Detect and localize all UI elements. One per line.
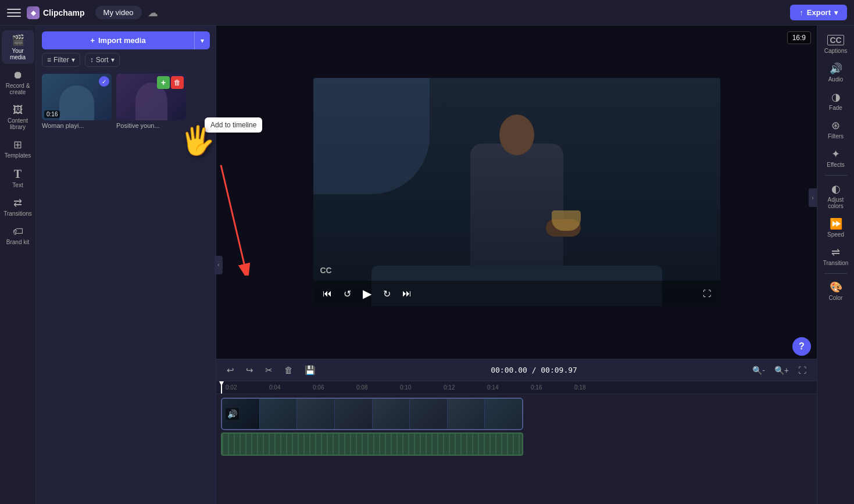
project-name-tab[interactable]: My video	[95, 6, 142, 19]
filter-icon: ≡	[47, 56, 51, 64]
add-to-timeline-icon[interactable]: +	[157, 76, 170, 89]
preview-skip-forward-button[interactable]: ⏭	[400, 286, 414, 301]
media-thumb-1-label: Woman playi...	[42, 122, 112, 129]
right-panel-expand-button[interactable]: ›	[809, 188, 817, 207]
sidebar-item-label: Templates	[5, 152, 31, 159]
timeline-time-display: 00:00.00 / 00:09.97	[491, 366, 577, 374]
ruler-mark: 0:18	[574, 384, 618, 391]
filters-icon: ⊛	[831, 120, 840, 131]
sidebar-item-fade[interactable]: ◑ Fade	[819, 87, 853, 115]
sidebar-item-templates[interactable]: ⊞ Templates	[2, 135, 34, 162]
sidebar-item-color[interactable]: 🎨 Color	[819, 277, 853, 305]
delete-clip-button[interactable]: 🗑	[281, 363, 296, 377]
sidebar-item-transition[interactable]: ⇌ Transition	[819, 242, 853, 270]
app-logo: ◆ Clipchamp	[27, 6, 85, 19]
undo-button[interactable]: ↩	[223, 363, 238, 378]
import-media-button[interactable]: + Import media	[42, 31, 194, 49]
sort-icon: ↕	[90, 56, 94, 64]
captions-toggle-button[interactable]: CC	[320, 266, 332, 275]
track-audio-icon: 🔊	[226, 408, 239, 420]
cut-button[interactable]: ✂	[262, 363, 276, 378]
media-thumb-1[interactable]: 0:16 ✓ Woman playi...	[42, 74, 112, 129]
logo-icon: ◆	[27, 6, 40, 19]
media-selected-check-icon: ✓	[99, 76, 109, 87]
preview-skip-back-button[interactable]: ⏮	[320, 286, 334, 301]
sidebar-item-label: Brand kit	[6, 239, 29, 245]
ruler-marks: 0:02 0:04 0:06 0:08 0:10 0:12 0:14 0:16 …	[226, 384, 817, 391]
captions-label: Captions	[824, 48, 847, 54]
hamburger-menu-button[interactable]	[7, 6, 21, 20]
export-icon: ↑	[799, 8, 803, 17]
delete-media-icon[interactable]: 🗑	[171, 76, 184, 89]
app-name: Clipchamp	[43, 8, 85, 17]
sidebar-item-brand-kit[interactable]: 🏷 Brand kit	[2, 221, 34, 249]
timeline-toolbar: ↩ ↪ ✂ 🗑 💾 00:00.00 / 00:09.97 🔍- 🔍+ ⛶	[216, 359, 817, 381]
filter-button[interactable]: ≡ Filter ▾	[42, 53, 80, 67]
ruler-mark: 0:06	[313, 384, 356, 391]
preview-rewind-button[interactable]: ↺	[341, 286, 353, 302]
zoom-fit-button[interactable]: ⛶	[795, 364, 810, 376]
audio-label: Audio	[828, 76, 844, 83]
sidebar-item-label: Text	[12, 182, 23, 188]
sidebar-item-audio[interactable]: 🔊 Audio	[819, 59, 853, 86]
sidebar-item-captions[interactable]: CC Captions	[819, 30, 853, 58]
zoom-out-button[interactable]: 🔍-	[749, 364, 769, 376]
preview-forward-button[interactable]: ↻	[381, 286, 393, 302]
aspect-ratio-badge[interactable]: 16:9	[787, 31, 811, 44]
export-dropdown-icon: ▾	[834, 9, 838, 17]
save-button[interactable]: 💾	[301, 363, 319, 378]
ruler-mark: 0:12	[444, 384, 487, 391]
media-thumb-2-label: Positive youn...	[116, 122, 186, 129]
sort-button[interactable]: ↕ Sort ▾	[85, 53, 120, 67]
sidebar-item-label: Transitions	[3, 210, 32, 217]
timeline-area: ↩ ↪ ✂ 🗑 💾 00:00.00 / 00:09.97 🔍- 🔍+ ⛶ 0	[216, 359, 817, 504]
import-icon: +	[90, 36, 95, 45]
help-button[interactable]: ?	[792, 337, 811, 356]
media-duration-badge: 0:16	[44, 110, 60, 118]
sidebar-item-content-library[interactable]: 🖼 Content library	[2, 100, 34, 134]
brand-kit-icon: 🏷	[13, 226, 23, 237]
color-label: Color	[829, 295, 843, 301]
video-track[interactable]: 🔊	[221, 398, 812, 430]
panel-collapse-button[interactable]: ‹	[215, 256, 223, 274]
sidebar-item-record-create[interactable]: ⏺ Record & create	[2, 65, 34, 99]
right-sidebar: CC Captions 🔊 Audio ◑ Fade ⊛ Filters ✦ E…	[817, 26, 854, 504]
adjust-colors-icon: ◐	[831, 184, 841, 194]
sidebar-item-your-media[interactable]: 🎬 Your media	[2, 30, 34, 64]
effects-icon: ✦	[831, 149, 840, 159]
preview-play-button[interactable]: ▶	[360, 284, 374, 303]
record-create-icon: ⏺	[13, 70, 23, 80]
sidebar-item-transitions[interactable]: ⇄ Transitions	[2, 193, 34, 220]
preview-area: 16:9	[216, 26, 817, 359]
import-btn-group: + Import media ▾	[42, 31, 210, 49]
zoom-controls: 🔍- 🔍+ ⛶	[749, 364, 810, 376]
export-button[interactable]: ↑ Export ▾	[790, 5, 847, 20]
media-thumb-1-image: 0:16 ✓	[42, 74, 112, 120]
timeline-tracks: 🔊	[216, 394, 817, 504]
audio-track[interactable]	[221, 432, 812, 456]
zoom-in-button[interactable]: 🔍+	[771, 364, 792, 376]
import-dropdown-button[interactable]: ▾	[194, 31, 210, 49]
content-library-icon: 🖼	[13, 105, 23, 115]
main-area: 🎬 Your media ⏺ Record & create 🖼 Content…	[0, 26, 854, 504]
sidebar-item-text[interactable]: T Text	[2, 163, 34, 192]
transitions-icon: ⇄	[13, 198, 22, 208]
sidebar-item-filters[interactable]: ⊛ Filters	[819, 116, 853, 143]
ruler-mark: 0:02	[226, 384, 269, 391]
sidebar-item-speed[interactable]: ⏩ Speed	[819, 214, 853, 241]
ruler-mark: 0:10	[400, 384, 444, 391]
sidebar-divider	[824, 175, 848, 176]
sidebar-item-adjust-colors[interactable]: ◐ Adjust colors	[819, 179, 853, 213]
media-panel: + Import media ▾ ≡ Filter ▾ ↕ Sort ▾	[36, 26, 216, 504]
fade-icon: ◑	[831, 92, 841, 102]
sidebar-item-effects[interactable]: ✦ Effects	[819, 144, 853, 171]
color-icon: 🎨	[830, 282, 842, 292]
sidebar-divider-2	[824, 273, 848, 274]
preview-fullscreen-button[interactable]: ⛶	[701, 287, 713, 301]
media-thumb-2[interactable]: + 🗑 Positive youn...	[116, 74, 186, 129]
transition-label: Transition	[823, 260, 849, 266]
redo-button[interactable]: ↪	[242, 363, 257, 378]
center-area: 16:9	[216, 26, 817, 504]
sidebar-item-label: Record & create	[4, 83, 32, 95]
templates-icon: ⊞	[13, 140, 22, 150]
